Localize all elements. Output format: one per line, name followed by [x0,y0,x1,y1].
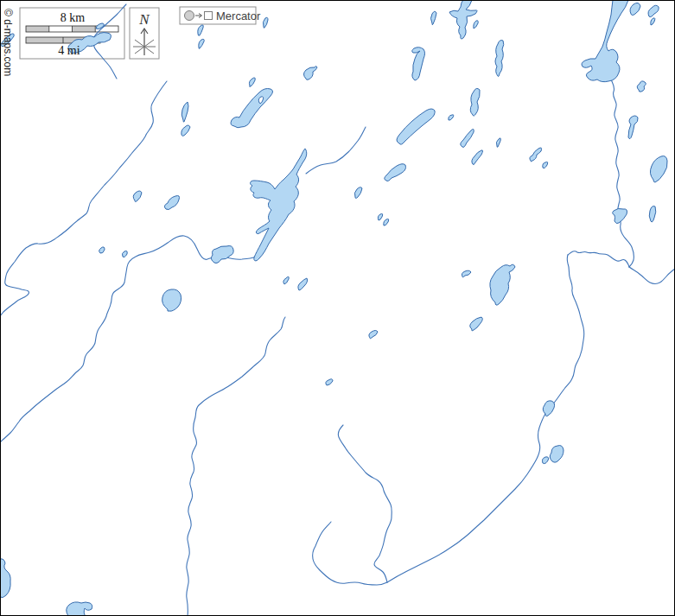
lake-sliver-top1 [431,11,437,25]
lake-big-diagonal [397,109,435,144]
lake-narrow-east [649,206,656,222]
projection-label: Mercator [216,10,261,22]
lake-sliver-center3 [384,219,389,225]
river-northwest [0,81,167,316]
lake-near-legend1 [198,25,203,35]
river-center-south [187,317,285,616]
lake-arrow-east2 [543,162,548,168]
scale-mi-label: 4 mi [58,44,80,57]
lake-star-top-edge [449,0,477,39]
lake-pinched-vertical [495,41,504,77]
lake-small-west1 [133,191,142,202]
lakes-layer [0,0,667,616]
lake-complex-central [251,149,307,261]
lake-elongated-with-island [231,89,273,128]
lake-ne-comma2 [651,18,655,25]
scale-bar-km [26,26,118,32]
lake-dot-west2 [122,251,127,257]
lake-star-top-edge-bit [474,21,478,29]
river-from-long-lake [611,79,634,267]
lake-tiny-mid1 [449,115,454,120]
lake-sliver-mid1 [283,276,289,284]
lake-by-river-se1 [543,401,554,416]
river-east-tributary [568,251,629,267]
river-southeast-diagonal [387,255,584,582]
lake-tiny-center-north [249,78,255,86]
lake-ne-comma1 [648,5,659,16]
lake-big-teardrop-east [490,264,515,305]
globe-circle-icon [185,11,194,21]
lake-long-topright [582,0,628,82]
scale-km-label: 8 km [60,11,86,24]
lake-vertical-blob [470,88,480,116]
lake-comma-top [412,48,425,80]
lake-sliver-center2 [378,213,382,220]
lake-sliver-mid2 [298,278,308,290]
lake-trilobe-east [637,81,646,92]
river-east-outlet [629,267,675,283]
lake-sliver-east-mid [462,270,471,277]
lake-by-river-se3 [542,457,548,464]
lake-teardrop-east [628,116,638,139]
copyright-text: © d-maps.com [2,9,14,76]
lake-hook-lower [472,150,483,165]
lake-sliver-center1 [354,187,362,199]
north-label: N [138,11,150,28]
lake-hook-upper [461,129,474,147]
lake-sliver-nw2 [181,125,190,137]
rivers-layer [0,4,675,616]
lake-sliver-nw1 [181,102,188,122]
lake-fan-east [613,208,627,223]
lake-tiny-mid2 [496,138,500,147]
lake-blob-top-center [304,67,318,80]
lake-leaf-east [650,156,667,182]
lake-pointed-west [385,164,406,181]
map-border [1,1,675,616]
stream-into-lake-complex [306,127,366,174]
lake-by-river-se2 [550,446,564,463]
lake-long-topright-arm [630,3,640,15]
river-south-upper-branch [338,425,392,582]
river-south-west-branch [313,522,387,585]
lake-tiny-top-center [263,17,268,28]
lake-teardrop-west [162,289,181,311]
lake-sliver-center-south [326,379,333,385]
lake-on-west-river [211,246,233,264]
lake-triangle-mid [470,317,483,331]
lake-near-legend2 [199,39,204,48]
lake-left-edge-bottom [0,559,10,598]
lake-arrow-east1 [530,148,542,162]
lake-bottom-edge [67,602,92,616]
flat-map-square-icon [205,12,213,20]
river-west-long [0,236,258,442]
outline-map: 8 km 4 mi N Mercator © d-maps.com [0,0,675,616]
map-canvas: 8 km 4 mi N Mercator © d-maps.com [0,0,675,616]
lake-small-west2 [164,196,179,210]
lake-dot-west1 [99,247,105,253]
lake-comma-mid [369,331,378,339]
